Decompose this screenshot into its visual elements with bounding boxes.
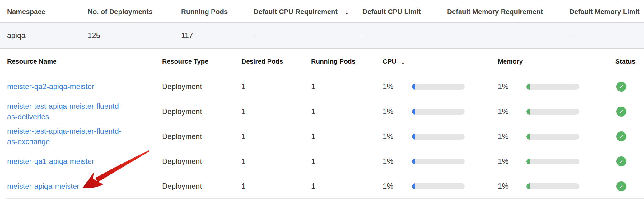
cpu-usage-fill xyxy=(412,183,415,189)
column-header-cpu[interactable]: CPU↓ xyxy=(383,49,498,74)
column-header-namespace[interactable]: Namespace xyxy=(7,8,88,16)
cpu-percent: 1% xyxy=(383,157,412,166)
memory-usage-bar xyxy=(526,159,579,164)
resource-table-header: Resource Name Resource Type Desired Pods… xyxy=(0,49,644,74)
sort-descending-icon: ↓ xyxy=(401,57,405,66)
cpu-usage-bar xyxy=(412,183,465,189)
memory-percent: 1% xyxy=(498,82,526,91)
memory-usage-fill xyxy=(526,159,530,164)
desired-pods: 1 xyxy=(241,99,311,124)
column-header-cpu-label: CPU xyxy=(383,58,396,65)
namespace-cpu-limit: - xyxy=(362,31,447,40)
memory-usage-fill xyxy=(526,109,530,115)
status-ok-icon: ✓ xyxy=(616,156,626,166)
resource-type: Deployment xyxy=(162,99,241,124)
resource-link[interactable]: meister-apiqa-meister xyxy=(7,181,79,192)
cpu-percent: 1% xyxy=(383,82,412,91)
running-pods: 1 xyxy=(311,174,383,199)
memory-usage-bar xyxy=(526,84,579,90)
memory-percent: 1% xyxy=(498,132,526,141)
column-header-status[interactable]: Status xyxy=(604,58,635,65)
resource-link[interactable]: meister-test-apiqa-meister-fluentd-as-de… xyxy=(7,101,128,122)
resource-link[interactable]: meister-qa1-apiqa-meister xyxy=(7,156,94,167)
desired-pods: 1 xyxy=(241,124,311,149)
namespace-running-pods-count: 117 xyxy=(181,31,254,40)
memory-usage-fill xyxy=(526,84,530,90)
namespace-deployments-count: 125 xyxy=(88,31,181,40)
namespace-name: apiqa xyxy=(7,31,88,40)
status-ok-icon: ✓ xyxy=(616,131,626,141)
memory-usage-fill xyxy=(526,134,530,140)
namespace-cpu-requirement: - xyxy=(254,31,362,40)
memory-percent: 1% xyxy=(498,157,526,166)
memory-usage-bar xyxy=(526,183,579,189)
table-row: meister-apiqa-meister Deployment 1 1 1% … xyxy=(0,174,644,199)
resource-type: Deployment xyxy=(162,149,241,174)
cpu-usage-fill xyxy=(412,159,415,164)
cpu-percent: 1% xyxy=(383,107,412,116)
workloads-dashboard: Namespace No. of Deployments Running Pod… xyxy=(0,1,644,200)
memory-percent: 1% xyxy=(498,107,526,116)
column-header-running-pods[interactable]: Running Pods xyxy=(311,49,383,74)
resource-type: Deployment xyxy=(162,174,241,199)
cpu-usage-bar xyxy=(412,134,465,140)
memory-usage-bar xyxy=(526,109,579,115)
sort-descending-icon: ↓ xyxy=(345,7,349,16)
cpu-usage-fill xyxy=(412,109,415,115)
namespace-table: Namespace No. of Deployments Running Pod… xyxy=(0,1,644,49)
column-header-cpu-requirement[interactable]: Default CPU Requirement↓ xyxy=(254,7,362,16)
table-row: meister-qa1-apiqa-meister Deployment 1 1… xyxy=(0,149,644,174)
column-header-memory[interactable]: Memory xyxy=(498,49,604,74)
resource-table: Resource Name Resource Type Desired Pods… xyxy=(0,49,644,199)
namespace-table-header: Namespace No. of Deployments Running Pod… xyxy=(0,1,644,23)
column-header-memory-requirement[interactable]: Default Memory Requirement xyxy=(447,8,569,16)
column-header-cpu-limit[interactable]: Default CPU Limit xyxy=(362,8,447,16)
namespace-memory-requirement: - xyxy=(447,31,569,40)
status-ok-icon: ✓ xyxy=(616,107,626,117)
memory-usage-fill xyxy=(526,183,530,189)
cpu-percent: 1% xyxy=(383,182,412,191)
table-row: meister-test-apiqa-meister-fluentd-as-ex… xyxy=(0,124,644,149)
resource-link[interactable]: meister-test-apiqa-meister-fluentd-as-ex… xyxy=(7,126,128,147)
column-header-resource-name[interactable]: Resource Name xyxy=(7,49,162,74)
cpu-usage-fill xyxy=(412,84,415,90)
memory-percent: 1% xyxy=(498,182,526,191)
column-header-running-pods[interactable]: Running Pods xyxy=(181,8,254,16)
column-header-desired-pods[interactable]: Desired Pods xyxy=(241,49,311,74)
cpu-usage-bar xyxy=(412,159,465,164)
desired-pods: 1 xyxy=(241,149,311,174)
cpu-usage-bar xyxy=(412,109,465,115)
desired-pods: 1 xyxy=(241,174,311,199)
resource-link[interactable]: meister-qa2-apiqa-meister xyxy=(7,81,94,92)
running-pods: 1 xyxy=(311,124,383,149)
resource-type: Deployment xyxy=(162,124,241,149)
desired-pods: 1 xyxy=(241,74,311,99)
namespace-row-apiqa[interactable]: apiqa 125 117 - - - - xyxy=(0,23,644,49)
cpu-usage-fill xyxy=(412,134,415,140)
status-ok-icon: ✓ xyxy=(616,181,626,191)
status-ok-icon: ✓ xyxy=(616,82,626,92)
column-header-deployments[interactable]: No. of Deployments xyxy=(88,8,181,16)
table-row: meister-qa2-apiqa-meister Deployment 1 1… xyxy=(0,74,644,99)
table-row: meister-test-apiqa-meister-fluentd-as-de… xyxy=(0,99,644,124)
column-header-memory-limit[interactable]: Default Memory Limit xyxy=(569,8,644,16)
running-pods: 1 xyxy=(311,99,383,124)
running-pods: 1 xyxy=(311,149,383,174)
cpu-percent: 1% xyxy=(383,132,412,141)
namespace-memory-limit: - xyxy=(569,31,644,40)
resource-type: Deployment xyxy=(162,74,241,99)
column-header-cpu-requirement-label: Default CPU Requirement xyxy=(254,8,338,16)
column-header-resource-type[interactable]: Resource Type xyxy=(162,49,241,74)
running-pods: 1 xyxy=(311,74,383,99)
cpu-usage-bar xyxy=(412,84,465,90)
memory-usage-bar xyxy=(526,134,579,140)
